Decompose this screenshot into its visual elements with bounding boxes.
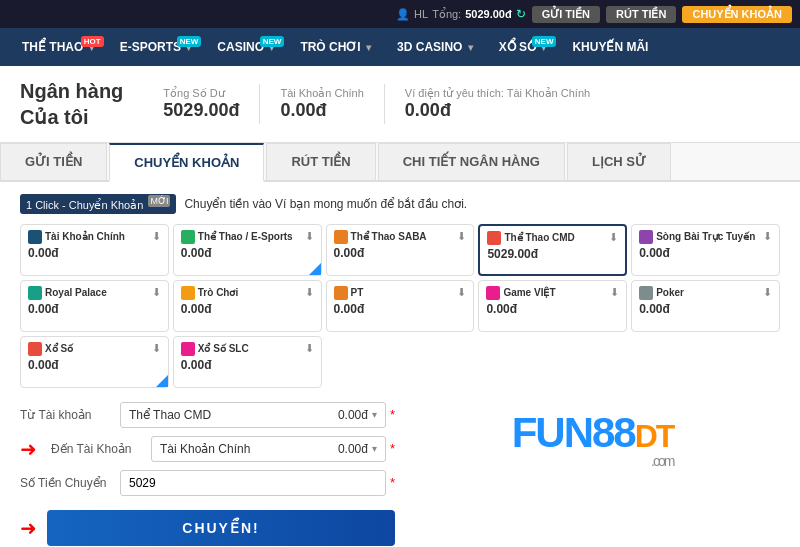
tab-lich-su[interactable]: LỊCH SỬ: [567, 143, 671, 180]
wallet-the-thao-esports[interactable]: Thể Thao / E-Sports ⬇ 0.00đ: [173, 224, 322, 276]
nav-the-thao-badge: HOT: [81, 36, 104, 47]
wallet-icon-xs: [28, 342, 42, 356]
download-icon-10[interactable]: ⬇: [763, 286, 772, 299]
download-icon-3[interactable]: ⬇: [457, 230, 466, 243]
dropdown-arrow-1: ▾: [372, 409, 377, 420]
den-tai-khoan-row: ➜ Đến Tài Khoản Tài Khoản Chính 0.00đ ▾: [20, 436, 395, 462]
one-click-bar: 1 Click - Chuyển Khoản MỚI Chuyển tiền v…: [20, 194, 780, 214]
wallet-icon-pt: [334, 286, 348, 300]
chevron-down-icon-5: ▾: [468, 42, 473, 53]
download-icon-8[interactable]: ⬇: [457, 286, 466, 299]
tu-tai-khoan-row: Từ Tài khoản Thể Thao CMD 0.00đ ▾ *: [20, 402, 395, 428]
triangle-indicator-2: [156, 375, 168, 387]
gui-tien-button[interactable]: GỬI TIỀN: [532, 6, 600, 23]
tab-gui-tien[interactable]: GỬI TIỀN: [0, 143, 107, 180]
download-icon-4[interactable]: ⬇: [609, 231, 618, 244]
dropdown-arrow-2: ▾: [372, 443, 377, 454]
wallet-tro-choi[interactable]: Trò Chơi ⬇ 0.00đ: [173, 280, 322, 332]
wallet-icon-tts: [334, 230, 348, 244]
download-icon-9[interactable]: ⬇: [610, 286, 619, 299]
arrow-indicator-2: ➜: [20, 516, 37, 540]
balance-value: 5029.00đ: [465, 8, 511, 20]
so-tien-label: Số Tiền Chuyển: [20, 476, 110, 490]
wallet-icon-tkc: [28, 230, 42, 244]
bank-title: Ngân hàng Của tôi: [20, 78, 123, 130]
page-content: Ngân hàng Của tôi Tổng Số Dư 5029.00đ Tà…: [0, 66, 800, 547]
submit-row: ➜ CHUYỂN!: [20, 510, 395, 546]
nav-khuyen-mai[interactable]: KHUYẾN MÃI: [560, 34, 660, 60]
nav-casino-label: CASINO: [217, 40, 264, 54]
arrow-indicator-1: ➜: [20, 437, 37, 461]
wallet-tai-khoan-chinh[interactable]: Tài Khoản Chính ⬇ 0.00đ: [20, 224, 169, 276]
wallet-the-thao-saba[interactable]: Thể Thao SABA ⬇ 0.00đ: [326, 224, 475, 276]
wallet-game-viet[interactable]: Game VIỆT ⬇ 0.00đ: [478, 280, 627, 332]
tab-rut-tien[interactable]: RÚT TIỀN: [266, 143, 375, 180]
wallet-poker[interactable]: Poker ⬇ 0.00đ: [631, 280, 780, 332]
user-info: 👤 HL Tổng: 5029.00đ ↻: [396, 7, 526, 21]
wallet-icon-ttc: [487, 231, 501, 245]
download-icon-7[interactable]: ⬇: [305, 286, 314, 299]
rut-tien-button[interactable]: RÚT TIỀN: [606, 6, 676, 23]
nav-casino[interactable]: CASINO NEW ▾: [205, 34, 286, 60]
den-tai-khoan-field[interactable]: Tài Khoản Chính 0.00đ ▾ *: [151, 436, 395, 462]
wallet-icon-tc: [181, 286, 195, 300]
wallet-icon-sb: [639, 230, 653, 244]
wallet-xo-so[interactable]: Xổ Số ⬇ 0.00đ: [20, 336, 169, 388]
wallet-icon-pk: [639, 286, 653, 300]
stat-divider-1: [259, 84, 260, 124]
fun88-logo: FUN88DT .com: [512, 412, 674, 468]
nav-3d-casino-label: 3D CASINO: [397, 40, 462, 54]
nav-khuyen-mai-label: KHUYẾN MÃI: [572, 40, 648, 54]
wallet-grid: Tài Khoản Chính ⬇ 0.00đ Thể Thao / E-Spo…: [20, 224, 780, 388]
so-tien-input[interactable]: [120, 470, 386, 496]
wallet-pt[interactable]: PT ⬇ 0.00đ: [326, 280, 475, 332]
download-icon-12[interactable]: ⬇: [305, 342, 314, 355]
wallet-xo-so-slc[interactable]: Xổ Số SLC ⬇ 0.00đ: [173, 336, 322, 388]
den-tai-khoan-amount: 0.00đ: [338, 442, 368, 456]
nav-casino-badge: NEW: [260, 36, 285, 47]
tab-chuyen-khoan[interactable]: CHUYỂN KHOẢN: [109, 143, 264, 182]
so-tien-row: Số Tiền Chuyển *: [20, 470, 395, 496]
download-icon-5[interactable]: ⬇: [763, 230, 772, 243]
username: HL: [414, 8, 428, 20]
wallet-icon-tte: [181, 230, 195, 244]
required-star-2: *: [390, 441, 395, 456]
tai-khoan-chinh-stat: Tài Khoản Chính 0.00đ: [280, 87, 363, 121]
wallet-royal-palace[interactable]: Royal Palace ⬇ 0.00đ: [20, 280, 169, 332]
submit-button[interactable]: CHUYỂN!: [47, 510, 395, 546]
so-tien-field[interactable]: *: [120, 470, 395, 496]
tu-tai-khoan-field[interactable]: Thể Thao CMD 0.00đ ▾ *: [120, 402, 395, 428]
den-tai-khoan-value: Tài Khoản Chính: [160, 442, 250, 456]
triangle-indicator-1: [309, 263, 321, 275]
nav-the-thao[interactable]: THỂ THAO HOT ▾: [10, 34, 106, 60]
nav-xo-so[interactable]: XỔ SỐ NEW ▾: [487, 34, 559, 60]
stat-divider-2: [384, 84, 385, 124]
download-icon-11[interactable]: ⬇: [152, 342, 161, 355]
nav-tro-choi[interactable]: TRÒ CHƠI ▾: [288, 34, 383, 60]
one-click-button[interactable]: 1 Click - Chuyển Khoản MỚI: [20, 194, 176, 214]
wallet-the-thao-cmd[interactable]: Thể Thao CMD ⬇ 5029.00đ: [478, 224, 627, 276]
nav-the-thao-label: THỂ THAO: [22, 40, 83, 54]
bank-header: Ngân hàng Của tôi Tổng Số Dư 5029.00đ Tà…: [0, 66, 800, 143]
tab-chi-tiet-ngan-hang[interactable]: CHI TIẾT NGÂN HÀNG: [378, 143, 565, 180]
vi-dien-tu-stat: Ví điện tử yêu thích: Tài Khoản Chính 0.…: [405, 87, 590, 121]
nav-tro-choi-label: TRÒ CHƠI: [300, 40, 360, 54]
user-icon: 👤: [396, 8, 410, 21]
download-icon-1[interactable]: ⬇: [152, 230, 161, 243]
tabs: GỬI TIỀN CHUYỂN KHOẢN RÚT TIỀN CHI TIẾT …: [0, 143, 800, 182]
den-tai-khoan-label: Đến Tài Khoản: [51, 442, 141, 456]
nav-esports-label: E-SPORTS: [120, 40, 181, 54]
nav-esports[interactable]: E-SPORTS NEW ▾: [108, 34, 204, 60]
refresh-icon[interactable]: ↻: [516, 7, 526, 21]
download-icon-6[interactable]: ⬇: [152, 286, 161, 299]
tong-so-du-stat: Tổng Số Dư 5029.00đ: [163, 87, 239, 121]
download-icon-2[interactable]: ⬇: [305, 230, 314, 243]
wallet-icon-xss: [181, 342, 195, 356]
wallet-song-bai[interactable]: Sòng Bài Trực Tuyến ⬇ 0.00đ: [631, 224, 780, 276]
top-bar: 👤 HL Tổng: 5029.00đ ↻ GỬI TIỀN RÚT TIỀN …: [0, 0, 800, 28]
nav-xo-so-badge: NEW: [532, 36, 557, 47]
chuyen-khoan-button[interactable]: CHUYỂN KHOẢN: [682, 6, 792, 23]
nav-3d-casino[interactable]: 3D CASINO ▾: [385, 34, 485, 60]
chevron-down-icon-4: ▾: [366, 42, 371, 53]
tu-tai-khoan-label: Từ Tài khoản: [20, 408, 110, 422]
